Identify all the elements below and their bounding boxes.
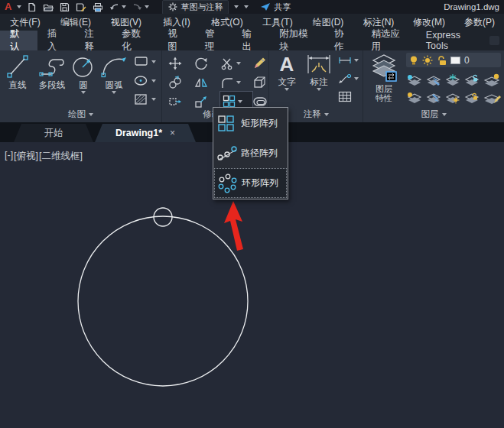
polyline-button[interactable]: 多段线: [34, 54, 70, 90]
layer-properties-icon: [369, 53, 398, 83]
linear-dimension-button[interactable]: [338, 56, 359, 65]
layer-properties-button[interactable]: 图层特性: [368, 53, 400, 102]
text-chevron-icon: [285, 88, 289, 91]
plot-icon[interactable]: [93, 2, 103, 12]
ribbon-tab-manage[interactable]: 管理: [195, 31, 232, 50]
leader-button[interactable]: [338, 73, 359, 84]
ribbon-tab-collaborate[interactable]: 协作: [324, 31, 362, 50]
redo-history-chevron-icon: [145, 5, 149, 8]
save-as-icon[interactable]: [76, 2, 86, 12]
hatch-icon: [134, 93, 149, 105]
ellipse-icon: [134, 75, 149, 86]
explode-box-icon: [252, 76, 266, 89]
app-logo-icon[interactable]: A: [5, 0, 11, 14]
ribbon-tab-view[interactable]: 视图: [158, 31, 195, 50]
rectangle-chevron-icon: [151, 60, 156, 63]
menu-draw[interactable]: 绘图(D): [303, 16, 353, 29]
undo-button[interactable]: [109, 2, 126, 11]
layer-lock-button[interactable]: [463, 73, 483, 87]
menu-item-rectangular-array[interactable]: 矩形阵列: [214, 109, 287, 138]
open-file-icon[interactable]: [43, 2, 54, 12]
layer-on-button[interactable]: [406, 91, 425, 105]
ribbon-tab-addins[interactable]: 附加模块: [269, 31, 324, 50]
scale-icon: [194, 95, 208, 109]
menu-item-polar-array[interactable]: 环形阵列: [214, 168, 287, 198]
draw-panel-label[interactable]: 绘图: [0, 109, 161, 120]
layer-match-button[interactable]: [483, 91, 502, 105]
save-icon[interactable]: [60, 2, 70, 12]
rectangle-button[interactable]: [134, 56, 156, 67]
arc-button[interactable]: 圆弧: [98, 54, 130, 94]
line-button[interactable]: 直线: [3, 54, 32, 90]
dimension-button[interactable]: 标注: [303, 52, 335, 91]
layer-unlock-button[interactable]: [463, 91, 483, 105]
copy-button[interactable]: [168, 73, 194, 92]
paper-plane-icon: [260, 2, 271, 11]
layers-panel: 图层特性 0 图层: [363, 50, 504, 122]
trim-scissors-icon: [220, 57, 234, 70]
close-tab-icon[interactable]: ×: [170, 128, 175, 138]
circle-dropdown-chevron-icon: [81, 91, 86, 94]
mirror-button[interactable]: [194, 73, 220, 92]
ribbon-display-options-icon[interactable]: [489, 36, 499, 45]
tab-drawing1[interactable]: Drawing1* ×: [95, 124, 196, 142]
menu-dimension[interactable]: 标注(N): [353, 16, 404, 29]
qat-customize-chevron-icon[interactable]: [244, 5, 249, 8]
fillet-button[interactable]: [220, 73, 252, 92]
redo-button[interactable]: [132, 2, 149, 11]
quick-access-toolbar: [27, 2, 149, 12]
layer-selector[interactable]: 0: [406, 53, 501, 67]
arc-dropdown-chevron-icon: [112, 91, 116, 94]
line-icon: [6, 54, 29, 79]
table-button[interactable]: [338, 91, 352, 102]
layer-unisolate-button[interactable]: [425, 91, 444, 105]
ellipse-button[interactable]: [134, 75, 156, 86]
ribbon-tab-parametric[interactable]: 参数化: [112, 31, 158, 50]
layer-thaw-button[interactable]: [444, 91, 463, 105]
layer-off-button[interactable]: [406, 73, 425, 87]
ribbon-tab-featured-apps[interactable]: 精选应用: [361, 31, 415, 50]
dimension-chevron-icon: [317, 88, 321, 91]
polyline-icon: [38, 54, 66, 79]
ribbon-tab-insert[interactable]: 插入: [37, 31, 75, 50]
layer-isolate-button[interactable]: [425, 73, 444, 87]
layer-make-current-button[interactable]: [483, 73, 502, 87]
ribbon-tab-express-tools[interactable]: Express Tools: [416, 31, 489, 50]
new-file-icon[interactable]: [27, 2, 37, 12]
menu-edit[interactable]: 编辑(E): [50, 16, 101, 29]
leader-icon: [338, 73, 352, 84]
ribbon-tab-home[interactable]: 默认: [0, 31, 37, 50]
menu-modify[interactable]: 修改(M): [404, 16, 454, 29]
ribbon-tab-output[interactable]: 输出: [232, 31, 270, 50]
menu-format[interactable]: 格式(O): [202, 16, 252, 29]
menu-item-path-array[interactable]: 路径阵列: [214, 138, 287, 168]
ellipse-chevron-icon: [151, 79, 156, 83]
annotation-panel-chevron-icon: [324, 113, 329, 116]
menu-view[interactable]: 视图(V): [101, 16, 151, 29]
layers-panel-label[interactable]: 图层: [363, 109, 504, 120]
hatch-button[interactable]: [134, 93, 156, 105]
rectangle-icon: [134, 56, 149, 67]
trim-button[interactable]: [220, 54, 252, 73]
stretch-icon: [168, 95, 182, 109]
layer-color-swatch: [450, 57, 460, 64]
drawn-circle-small[interactable]: [154, 208, 172, 226]
text-button[interactable]: A 文字: [274, 52, 300, 91]
share-button[interactable]: 共享: [260, 2, 291, 13]
rotate-button[interactable]: [194, 54, 220, 73]
move-button[interactable]: [168, 54, 194, 73]
draw-panel: 直线 多段线 圆 圆弧: [0, 50, 162, 122]
workspace-selector[interactable]: 草图与注释: [162, 0, 229, 15]
app-menu-chevron-icon[interactable]: [17, 5, 21, 8]
circle-button[interactable]: 圆: [70, 54, 96, 94]
mirror-icon: [194, 76, 208, 89]
ribbon-tab-annotate[interactable]: 注释: [74, 31, 112, 50]
tab-start[interactable]: 开始: [14, 124, 93, 142]
workspace-chevron-icon[interactable]: [234, 5, 239, 8]
menu-parametric[interactable]: 参数(P): [454, 16, 504, 29]
menu-file[interactable]: 文件(F): [0, 16, 50, 29]
layer-freeze-button[interactable]: [444, 73, 463, 87]
array-dropdown-menu: 矩形阵列 路径阵列 环形阵列: [213, 107, 288, 199]
menu-tools[interactable]: 工具(T): [252, 16, 303, 29]
menu-insert[interactable]: 插入(I): [151, 16, 202, 29]
